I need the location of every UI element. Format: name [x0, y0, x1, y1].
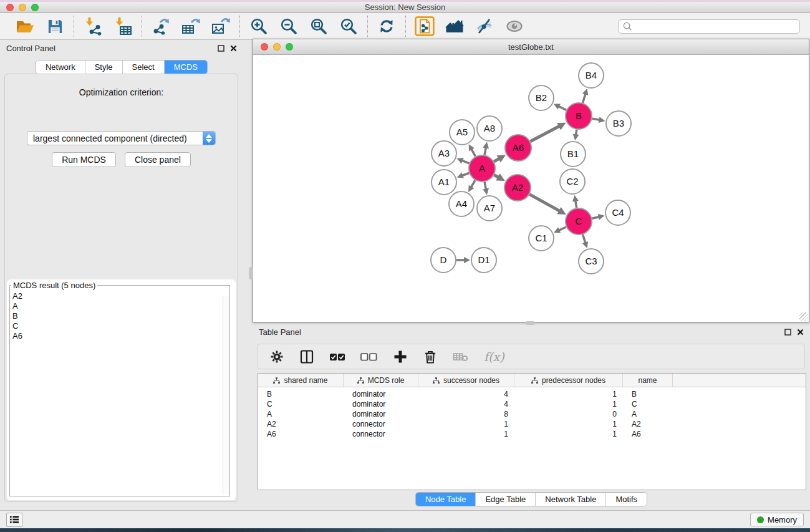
cell-mcds-role[interactable]: dominator [344, 400, 418, 409]
import-table-icon[interactable] [112, 16, 133, 36]
cell-name[interactable]: A6 [623, 430, 673, 438]
result-item[interactable]: A [12, 301, 229, 311]
column-header-successor-nodes[interactable]: successor nodes [418, 374, 514, 387]
cell-mcds-role[interactable]: connector [344, 420, 418, 428]
column-header-shared-name[interactable]: shared name [258, 374, 344, 387]
minimize-window-button[interactable] [19, 4, 26, 11]
cell-mcds-role[interactable]: dominator [344, 390, 418, 399]
cell-predecessor-nodes[interactable]: 1 [514, 420, 623, 428]
float-panel-icon[interactable] [218, 45, 224, 52]
edge [583, 94, 586, 103]
edge-arrowhead [483, 142, 489, 149]
zoom-window-button[interactable] [31, 4, 39, 11]
cell-successor-nodes[interactable]: 1 [418, 430, 514, 438]
cell-successor-nodes[interactable]: 1 [418, 420, 514, 428]
column-header-name[interactable]: name [623, 374, 673, 387]
import-network-icon[interactable] [82, 16, 104, 36]
select-all-icon[interactable] [329, 349, 345, 364]
node-label: A2 [512, 182, 523, 193]
tab-edge-table[interactable]: Edge Table [475, 493, 535, 506]
cell-successor-nodes[interactable]: 8 [418, 410, 514, 418]
save-session-icon[interactable] [44, 16, 65, 36]
cell-predecessor-nodes[interactable]: 1 [514, 390, 623, 399]
table-settings-icon[interactable] [269, 349, 284, 364]
edge [559, 107, 566, 110]
run-mcds-button[interactable]: Run MCDS [52, 152, 116, 167]
cell-name[interactable]: A [623, 410, 673, 418]
cell-shared-name[interactable]: A [258, 410, 344, 418]
window-titlebar[interactable]: Session: New Session [0, 2, 810, 13]
table-row: Bdominator41B [258, 389, 806, 399]
cell-shared-name[interactable]: B [258, 390, 344, 399]
zoom-out-icon[interactable] [278, 16, 299, 36]
result-item[interactable]: B [12, 311, 229, 321]
close-network-button[interactable] [261, 43, 268, 51]
cell-name[interactable]: A2 [623, 420, 673, 428]
cell-name[interactable]: C [623, 400, 673, 409]
close-panel-button[interactable]: Close panel [125, 152, 191, 167]
memory-status-icon [757, 516, 764, 523]
network-file-icon[interactable] [414, 16, 435, 36]
edge-arrowhead [598, 214, 605, 220]
cell-predecessor-nodes[interactable]: 1 [514, 400, 623, 409]
tab-select[interactable]: Select [122, 60, 164, 74]
export-table-icon[interactable] [180, 16, 201, 36]
zoom-network-button[interactable] [286, 43, 293, 51]
refresh-layout-icon[interactable] [376, 16, 397, 36]
tab-motifs[interactable]: Motifs [605, 493, 647, 506]
float-panel-icon[interactable] [784, 329, 791, 336]
edge [485, 182, 486, 190]
cell-successor-nodes[interactable]: 4 [418, 390, 514, 399]
cell-mcds-role[interactable]: dominator [344, 410, 418, 418]
result-scrollbar[interactable] [223, 296, 229, 495]
column-header-mcds-role[interactable]: MCDS role [344, 374, 418, 387]
zoom-fit-icon[interactable] [308, 16, 329, 36]
show-column-icon[interactable] [299, 349, 314, 364]
task-history-button[interactable] [6, 513, 22, 527]
hide-selected-icon[interactable] [474, 16, 495, 36]
unselect-all-icon[interactable] [360, 349, 378, 364]
table-row: Adominator80A [258, 409, 806, 419]
search-input[interactable] [635, 22, 796, 31]
edge [576, 201, 577, 208]
export-image-icon[interactable] [210, 16, 231, 36]
cell-successor-nodes[interactable]: 4 [418, 400, 514, 409]
search-box[interactable] [618, 19, 800, 34]
export-network-icon[interactable] [150, 16, 171, 36]
zoom-selected-icon[interactable] [338, 16, 359, 36]
home-icon[interactable] [444, 16, 465, 36]
network-window-titlebar[interactable]: testGlobe.txt [253, 39, 809, 55]
criterion-dropdown[interactable]: largest connected component (directed) [27, 131, 216, 145]
close-window-button[interactable] [6, 4, 14, 11]
tab-node-table[interactable]: Node Table [416, 493, 476, 506]
network-canvas[interactable]: AA1A2A3A4A5A6A7A8BB1B2B3B4CC1C2C3C4DD1 [253, 55, 809, 321]
tab-network[interactable]: Network [36, 60, 85, 74]
resize-grip[interactable] [799, 312, 808, 321]
tab-mcds[interactable]: MCDS [164, 60, 207, 74]
show-all-icon[interactable] [504, 16, 525, 36]
open-session-icon[interactable] [14, 16, 36, 36]
result-item[interactable]: A6 [12, 331, 229, 341]
add-row-icon[interactable] [393, 349, 408, 364]
zoom-in-icon[interactable] [248, 16, 269, 36]
delete-row-icon[interactable] [423, 349, 438, 364]
cell-predecessor-nodes[interactable]: 0 [514, 410, 623, 418]
tab-style[interactable]: Style [85, 60, 122, 74]
cell-shared-name[interactable]: A2 [258, 420, 344, 428]
column-header-predecessor-nodes[interactable]: predecessor nodes [514, 374, 623, 387]
close-panel-icon[interactable] [797, 329, 804, 336]
cell-shared-name[interactable]: A6 [258, 430, 344, 438]
memory-button[interactable]: Memory [750, 513, 804, 526]
cell-predecessor-nodes[interactable]: 1 [514, 430, 623, 438]
edge [576, 130, 577, 135]
tab-network-table[interactable]: Network Table [535, 493, 605, 506]
cell-mcds-role[interactable]: connector [344, 430, 418, 438]
split-divider-handle[interactable] [249, 267, 253, 279]
cell-shared-name[interactable]: C [258, 400, 344, 409]
result-item[interactable]: C [12, 321, 229, 331]
cell-name[interactable]: B [623, 390, 673, 399]
edge [529, 195, 559, 211]
minimize-network-button[interactable] [273, 43, 281, 51]
result-item[interactable]: A2 [12, 291, 229, 301]
close-panel-icon[interactable] [230, 45, 237, 52]
